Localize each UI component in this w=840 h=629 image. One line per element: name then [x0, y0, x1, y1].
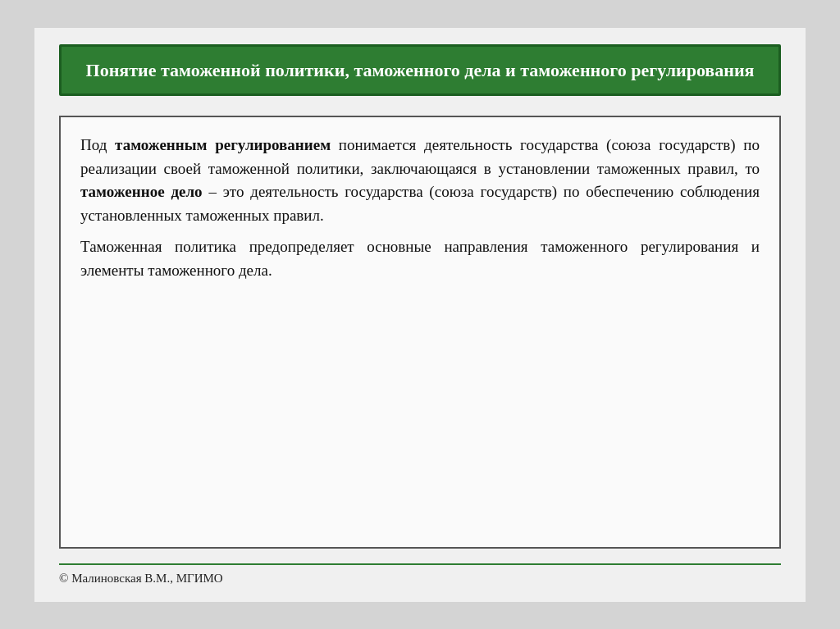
- slide-title: Понятие таможенной политики, таможенного…: [78, 58, 762, 83]
- footer-divider: [59, 563, 781, 565]
- content-paragraph1: Под таможенным регулированием понимается…: [80, 134, 760, 227]
- text-bold2: таможенное дело: [80, 183, 203, 200]
- footer-copyright: © Малиновская В.М., МГИМО: [59, 572, 781, 586]
- text-bold1: таможенным регулированием: [115, 136, 331, 153]
- text-start: Под: [80, 136, 115, 153]
- content-paragraph2: Таможенная политика предопределяет основ…: [80, 235, 760, 282]
- slide: Понятие таможенной политики, таможенного…: [34, 28, 806, 602]
- title-box: Понятие таможенной политики, таможенного…: [59, 44, 781, 97]
- content-box: Под таможенным регулированием понимается…: [59, 116, 781, 548]
